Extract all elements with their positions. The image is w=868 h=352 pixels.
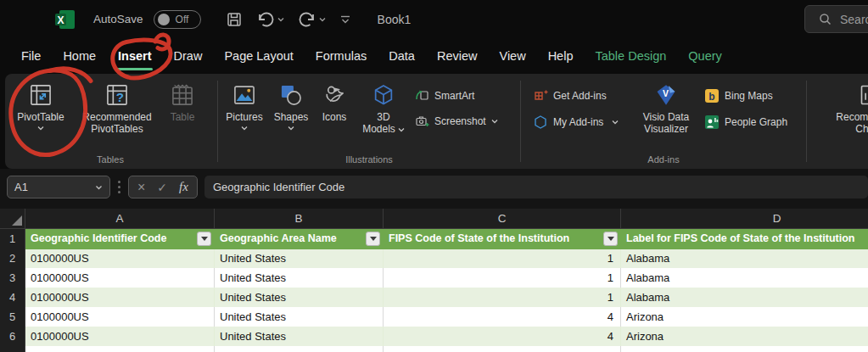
tab-review[interactable]: Review: [426, 38, 489, 74]
icons-button[interactable]: Icons: [313, 80, 356, 123]
icons-label: Icons: [322, 111, 347, 123]
my-addins-label: My Add-ins: [553, 116, 603, 128]
undo-button[interactable]: [252, 8, 288, 31]
pictures-dropdown-icon: [241, 126, 248, 131]
cell-a7[interactable]: 0100000US: [25, 346, 215, 352]
tab-data[interactable]: Data: [378, 38, 426, 74]
tab-view[interactable]: View: [488, 38, 536, 74]
filter-button-a[interactable]: [197, 232, 211, 246]
my-addins-button[interactable]: My Add-ins: [529, 113, 631, 131]
column-header-c[interactable]: C: [384, 209, 621, 229]
insert-function-icon[interactable]: fx: [179, 180, 188, 194]
cell-a3[interactable]: 0100000US: [25, 268, 215, 288]
header-cell-a1[interactable]: Geographic Identifier Code: [25, 229, 215, 249]
people-graph-button[interactable]: People Graph: [701, 113, 803, 131]
tab-draw[interactable]: Draw: [163, 38, 214, 74]
my-addins-icon: [533, 115, 548, 130]
cell-c2[interactable]: 1: [384, 249, 621, 269]
cell-d3[interactable]: Alabama: [621, 268, 868, 288]
cell-a2[interactable]: 0100000US: [25, 249, 215, 269]
shapes-button[interactable]: Shapes: [269, 80, 313, 131]
tab-query[interactable]: Query: [677, 38, 733, 74]
cell-b2[interactable]: United States: [215, 249, 384, 269]
cell-b3[interactable]: United States: [215, 268, 384, 288]
cell-c7[interactable]: 4: [384, 346, 621, 352]
cell-b5[interactable]: United States: [215, 307, 384, 327]
tab-help[interactable]: Help: [537, 38, 585, 74]
cell-d6[interactable]: Arizona: [621, 327, 868, 347]
row-number[interactable]: 3: [0, 268, 25, 288]
ribbon-group-illustrations: Pictures Shapes: [220, 74, 518, 169]
tab-page-layout[interactable]: Page Layout: [213, 38, 304, 74]
redo-dropdown-icon[interactable]: [319, 17, 326, 22]
bing-maps-label: Bing Maps: [725, 90, 773, 102]
cell-d2[interactable]: Alabama: [621, 249, 868, 269]
name-box-dropdown-icon[interactable]: [95, 185, 103, 190]
row-number[interactable]: 2: [0, 249, 25, 269]
save-button[interactable]: [221, 8, 247, 31]
cell-c3[interactable]: 1: [384, 268, 621, 288]
recommended-pivottables-button[interactable]: ? Recommended PivotTables: [76, 80, 158, 136]
row-number[interactable]: 1: [0, 229, 25, 249]
cell-a5[interactable]: 0100000US: [25, 307, 215, 327]
row-number[interactable]: 5: [0, 307, 25, 327]
filter-button-b[interactable]: [366, 232, 380, 246]
row-number[interactable]: 6: [0, 327, 25, 347]
cell-d4[interactable]: Alabama: [621, 288, 868, 308]
recommended-pivottables-label-1: Recommended: [82, 111, 151, 123]
tab-home-label: Home: [63, 49, 96, 63]
cell-c4[interactable]: 1: [384, 288, 621, 308]
screenshot-dropdown-icon: [491, 119, 498, 124]
smartart-button[interactable]: SmartArt: [412, 87, 512, 104]
header-cell-b1[interactable]: Geographic Area Name: [215, 229, 384, 249]
redo-button[interactable]: [294, 8, 330, 31]
column-header-a[interactable]: A: [25, 209, 215, 229]
row-number[interactable]: 7: [0, 346, 25, 352]
people-graph-icon: [704, 115, 720, 130]
get-addins-button[interactable]: Get Add-ins: [529, 87, 631, 105]
select-all-button[interactable]: [0, 209, 25, 229]
tab-table-design[interactable]: Table Design: [584, 38, 677, 74]
undo-dropdown-icon[interactable]: [277, 17, 284, 22]
excel-logo-icon: X: [54, 8, 76, 31]
cell-b4[interactable]: United States: [215, 288, 384, 308]
tab-formulas[interactable]: Formulas: [305, 38, 378, 74]
cell-c6[interactable]: 4: [384, 327, 621, 347]
recommended-charts-button[interactable]: Recommended Charts: [815, 80, 868, 136]
excel-window: X AutoSave Off: [0, 0, 868, 352]
formula-input[interactable]: Geographic Identifier Code: [204, 176, 868, 198]
header-cell-c1[interactable]: FIPS Code of State of the Institution: [384, 229, 621, 249]
formula-text: Geographic Identifier Code: [213, 181, 344, 193]
tab-file[interactable]: File: [10, 38, 52, 74]
cell-b6[interactable]: United States: [215, 327, 384, 347]
screenshot-label: Screenshot: [434, 115, 486, 127]
name-box[interactable]: A1: [7, 176, 110, 198]
customize-qat-button[interactable]: [335, 11, 356, 28]
tab-insert[interactable]: Insert: [107, 38, 163, 74]
bing-maps-button[interactable]: b Bing Maps: [701, 87, 803, 105]
search-box[interactable]: Search: [804, 5, 868, 33]
cell-d7[interactable]: Arizona: [621, 346, 868, 352]
column-header-d[interactable]: D: [621, 209, 868, 229]
tab-home[interactable]: Home: [52, 38, 107, 74]
enter-icon[interactable]: ✓: [157, 182, 167, 193]
formula-bar-resize-handle[interactable]: [118, 181, 120, 193]
cell-c5[interactable]: 4: [384, 307, 621, 327]
cell-d5[interactable]: Arizona: [621, 307, 868, 327]
autosave-toggle[interactable]: Off: [154, 10, 201, 29]
my-addins-dropdown-icon: [612, 120, 619, 125]
title-bar: X AutoSave Off: [0, 0, 868, 38]
visio-data-visualizer-button[interactable]: V Visio Data Visualizer: [631, 80, 701, 136]
screenshot-button[interactable]: Screenshot: [412, 112, 512, 130]
cancel-icon[interactable]: ×: [137, 181, 145, 194]
pictures-button[interactable]: Pictures: [220, 80, 269, 131]
cell-a6[interactable]: 0100000US: [25, 327, 215, 347]
cell-b7[interactable]: United States: [215, 346, 384, 352]
3d-models-button[interactable]: 3D Models: [356, 80, 412, 136]
cell-a4[interactable]: 0100000US: [25, 288, 215, 308]
header-cell-d1[interactable]: Label for FIPS Code of State of the Inst…: [621, 229, 868, 249]
pivottable-button[interactable]: PivotTable: [5, 80, 76, 131]
column-header-b[interactable]: B: [215, 209, 384, 229]
filter-button-c[interactable]: [603, 232, 618, 246]
row-number[interactable]: 4: [0, 288, 25, 308]
